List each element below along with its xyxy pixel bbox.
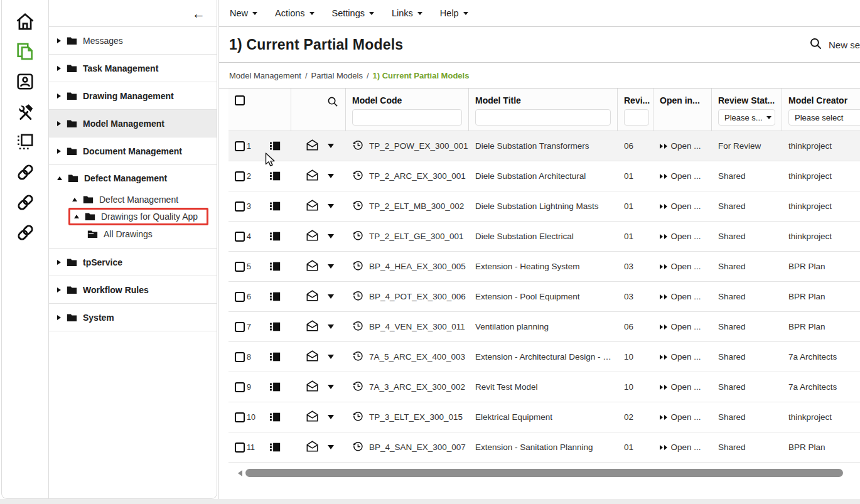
- tree-item-document-management[interactable]: Document Management: [49, 146, 217, 156]
- table-row[interactable]: 7BP_4_VEN_EX_300_011Ventilation planning…: [228, 312, 860, 342]
- link-icon[interactable]: [2, 157, 48, 187]
- contact-card-icon[interactable]: [2, 67, 48, 97]
- open-in-cell[interactable]: Open ...: [653, 412, 712, 422]
- detail-view-icon[interactable]: [269, 321, 281, 332]
- tree-item-model-management[interactable]: Model Management: [49, 119, 217, 129]
- envelope-icon[interactable]: [305, 259, 320, 274]
- actions-dropdown-icon[interactable]: [328, 174, 334, 178]
- detail-view-icon[interactable]: [269, 291, 281, 302]
- row-checkbox[interactable]: [235, 412, 245, 422]
- table-row[interactable]: 2TP_2_ARC_EX_300_001Diele Substation Arc…: [228, 161, 860, 191]
- open-in-cell[interactable]: Open ...: [653, 141, 712, 151]
- open-link-label[interactable]: Open ...: [671, 352, 701, 362]
- history-icon[interactable]: [352, 441, 363, 454]
- model-code-text[interactable]: TP_2_ARC_EX_300_001: [369, 171, 466, 181]
- row-checkbox[interactable]: [235, 352, 245, 362]
- table-row[interactable]: 4TP_2_ELT_GE_300_001Diele Substation Ele…: [228, 222, 860, 252]
- model-code-text[interactable]: BP_4_VEN_EX_300_011: [369, 322, 465, 331]
- envelope-icon[interactable]: [305, 229, 320, 244]
- actions-dropdown-icon[interactable]: [328, 204, 334, 208]
- breadcrumb-link[interactable]: Partial Models: [311, 71, 363, 80]
- link-icon[interactable]: [2, 187, 48, 217]
- model-code-text[interactable]: 7A_3_ARC_EX_300_002: [369, 382, 465, 392]
- table-row[interactable]: 6BP_4_POT_EX_300_006Extension - Pool Equ…: [228, 282, 860, 312]
- model-code-text[interactable]: BP_4_HEA_EX_300_005: [369, 262, 466, 271]
- expand-arrow-icon[interactable]: [57, 287, 61, 292]
- revision-filter-input[interactable]: [624, 109, 649, 126]
- detail-view-icon[interactable]: [269, 412, 281, 422]
- open-link-label[interactable]: Open ...: [671, 322, 701, 331]
- open-link-label[interactable]: Open ...: [671, 141, 701, 151]
- history-icon[interactable]: [352, 320, 363, 333]
- detail-view-icon[interactable]: [269, 141, 281, 151]
- model-code-text[interactable]: TP_3_ELT_EX_300_015: [369, 412, 463, 422]
- envelope-icon[interactable]: [305, 139, 320, 154]
- detail-view-icon[interactable]: [269, 201, 281, 212]
- history-icon[interactable]: [352, 380, 363, 394]
- actions-dropdown-icon[interactable]: [328, 415, 334, 419]
- row-checkbox[interactable]: [235, 171, 245, 181]
- open-link-label[interactable]: Open ...: [671, 292, 701, 301]
- detail-view-icon[interactable]: [269, 351, 281, 362]
- menu-item-settings[interactable]: Settings: [332, 8, 374, 18]
- open-in-cell[interactable]: Open ...: [653, 262, 712, 271]
- scrollbar-thumb[interactable]: [245, 469, 843, 477]
- actions-dropdown-icon[interactable]: [328, 385, 334, 389]
- detail-view-icon[interactable]: [269, 171, 281, 181]
- menu-item-links[interactable]: Links: [392, 8, 422, 18]
- menu-item-new[interactable]: New: [230, 8, 257, 18]
- envelope-icon[interactable]: [305, 169, 320, 184]
- expand-arrow-icon[interactable]: [57, 260, 61, 265]
- envelope-icon[interactable]: [305, 199, 320, 214]
- row-checkbox[interactable]: [235, 141, 245, 151]
- expand-arrow-icon[interactable]: [57, 121, 61, 126]
- row-checkbox[interactable]: [235, 442, 245, 453]
- history-icon[interactable]: [352, 230, 363, 243]
- open-in-cell[interactable]: Open ...: [653, 292, 712, 301]
- model-code-text[interactable]: TP_2_ELT_MB_300_002: [369, 201, 464, 211]
- breadcrumb-link[interactable]: Model Management: [229, 71, 301, 80]
- open-in-cell[interactable]: Open ...: [653, 232, 712, 241]
- open-in-cell[interactable]: Open ...: [653, 322, 712, 331]
- tree-item-drawing-management[interactable]: Drawing Management: [49, 91, 217, 101]
- review-status-filter-select[interactable]: Please s...: [718, 109, 775, 126]
- detail-view-icon[interactable]: [269, 382, 281, 392]
- tree-item-defect-management[interactable]: Defect Management: [49, 191, 217, 208]
- detail-view-icon[interactable]: [269, 442, 281, 453]
- window-module-icon[interactable]: [2, 127, 48, 157]
- tree-item-messages[interactable]: Messages: [49, 36, 217, 46]
- select-all-checkbox[interactable]: [235, 95, 245, 105]
- history-icon[interactable]: [352, 410, 363, 424]
- search-icon[interactable]: [326, 95, 339, 110]
- open-link-label[interactable]: Open ...: [671, 412, 701, 422]
- open-link-label[interactable]: Open ...: [671, 232, 701, 241]
- tree-item-tpservice[interactable]: tpService: [49, 257, 217, 267]
- open-in-cell[interactable]: Open ...: [653, 352, 712, 362]
- model-code-filter-input[interactable]: [352, 109, 462, 126]
- envelope-icon[interactable]: [305, 380, 320, 395]
- row-checkbox[interactable]: [235, 292, 245, 302]
- new-search-button[interactable]: New se: [809, 27, 860, 62]
- actions-dropdown-icon[interactable]: [328, 324, 334, 329]
- tree-item-drawings-for-quality-app[interactable]: Drawings for Quality App: [49, 208, 217, 225]
- envelope-icon[interactable]: [305, 440, 320, 455]
- open-in-cell[interactable]: Open ...: [653, 171, 712, 181]
- tree-item-system[interactable]: System: [49, 313, 217, 323]
- history-icon[interactable]: [352, 350, 363, 363]
- table-row[interactable]: 10TP_3_ELT_EX_300_015Elektrical Equipmen…: [228, 402, 860, 432]
- link-icon[interactable]: [2, 217, 48, 247]
- expand-arrow-icon[interactable]: [57, 315, 61, 320]
- actions-dropdown-icon[interactable]: [328, 264, 334, 269]
- actions-dropdown-icon[interactable]: [328, 355, 334, 359]
- open-link-label[interactable]: Open ...: [671, 201, 701, 211]
- tree-item-defect-management[interactable]: Defect Management: [49, 165, 217, 191]
- row-checkbox[interactable]: [235, 201, 245, 212]
- table-row[interactable]: 87A_5_ARC_EX_400_003Extension - Architec…: [228, 342, 860, 372]
- table-row[interactable]: 1TP_2_POW_EX_300_001Diele Substation Tra…: [228, 131, 860, 161]
- collapse-arrow-icon[interactable]: [57, 176, 62, 180]
- collapse-arrow-icon[interactable]: [74, 215, 79, 218]
- tree-item-workflow-rules[interactable]: Workflow Rules: [49, 285, 217, 295]
- envelope-icon[interactable]: [305, 319, 320, 335]
- actions-dropdown-icon[interactable]: [328, 144, 334, 148]
- open-link-label[interactable]: Open ...: [671, 171, 701, 181]
